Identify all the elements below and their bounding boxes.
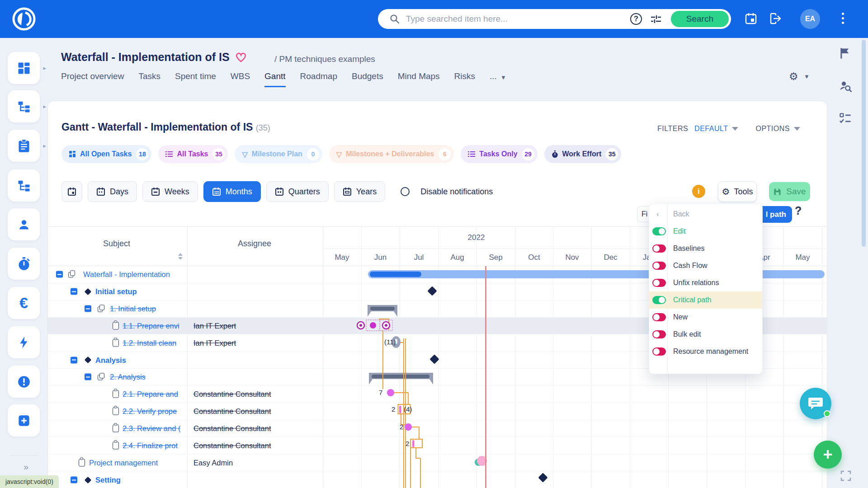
sidebar-item-projects-tree[interactable]: ▸ xyxy=(8,90,40,122)
toggle-on[interactable] xyxy=(652,227,666,235)
sidebar-item-quick-actions[interactable] xyxy=(8,326,40,358)
favorite-heart-icon[interactable] xyxy=(235,52,247,63)
assignee[interactable]: Easy Admin xyxy=(193,458,233,467)
toggle-on[interactable] xyxy=(652,296,666,304)
sidebar-item-budgets[interactable]: € xyxy=(8,287,40,319)
chip-all-open-tasks[interactable]: All Open Tasks18 xyxy=(61,145,151,163)
chip-tasks-only[interactable]: Tasks Only29 xyxy=(461,145,537,163)
column-header-assignee[interactable]: Assignee xyxy=(238,239,271,249)
zoom-weeks-button[interactable]: Weeks xyxy=(142,181,198,202)
zoom-days-button[interactable]: Days xyxy=(88,181,137,202)
chip-work-effort[interactable]: Work Effort35 xyxy=(544,145,622,163)
help-icon[interactable]: ? xyxy=(795,204,802,217)
fullscreen-icon[interactable] xyxy=(840,470,852,482)
summary-bar[interactable] xyxy=(368,305,397,317)
collapse-toggle[interactable] xyxy=(56,271,63,278)
tab-gantt[interactable]: Gantt xyxy=(264,71,285,87)
assignee[interactable]: Constantine Consultant xyxy=(193,390,271,399)
sidebar-item-dashboards[interactable]: ▸ xyxy=(8,52,40,84)
tab-wbs[interactable]: WBS xyxy=(231,71,250,87)
user-search-icon[interactable] xyxy=(839,80,852,93)
more-menu-icon[interactable] xyxy=(842,13,844,26)
summary-bar[interactable] xyxy=(369,373,433,385)
filters-default-dropdown[interactable]: DEFAULT xyxy=(694,125,728,133)
milestone-marker[interactable] xyxy=(427,286,437,296)
sidebar-item-add-new[interactable] xyxy=(8,404,40,436)
subject-link[interactable]: Initial setup xyxy=(95,287,137,296)
tab-spent-time[interactable]: Spent time xyxy=(175,71,216,87)
collapse-toggle[interactable] xyxy=(71,477,77,483)
tab-risks[interactable]: Risks xyxy=(454,71,475,87)
selected-task-markers[interactable] xyxy=(357,320,392,331)
menu-item-baselines[interactable]: Baselines xyxy=(649,240,762,257)
column-header-subject[interactable]: Subject xyxy=(103,239,130,249)
chip-milestone-plan[interactable]: ▽ Milestone Plan0 xyxy=(235,145,322,163)
toggle-off[interactable] xyxy=(652,262,666,270)
menu-item-cash-flow[interactable]: Cash Flow xyxy=(649,257,762,274)
info-icon[interactable]: i xyxy=(692,185,705,198)
options-dropdown[interactable]: OPTIONS xyxy=(755,125,790,133)
user-avatar[interactable]: EA xyxy=(800,9,820,29)
subject-link[interactable]: 2.4. Finalize prot xyxy=(123,441,178,450)
tools-button[interactable]: ⚙ Tools xyxy=(718,181,757,202)
collapse-toggle[interactable] xyxy=(71,357,77,363)
subject-link[interactable]: 1. Initial setup xyxy=(110,305,156,313)
assignee[interactable]: Constantine Consultant xyxy=(193,407,271,416)
page-scrollbar[interactable] xyxy=(862,40,866,247)
collapse-toggle[interactable] xyxy=(71,288,77,295)
collapse-toggle[interactable] xyxy=(85,374,91,380)
zoom-months-button[interactable]: Months xyxy=(203,181,261,202)
milestone-marker[interactable] xyxy=(538,473,547,482)
zoom-quarters-button[interactable]: Quarters xyxy=(266,181,329,202)
menu-item-unfix-relations[interactable]: Unfix relations xyxy=(649,274,762,291)
menu-item-resource-management[interactable]: Resource management xyxy=(649,343,762,360)
sidebar-expand-icon[interactable]: » xyxy=(24,462,27,472)
assignee[interactable]: Ian IT Expert xyxy=(193,321,236,330)
sidebar-item-users[interactable] xyxy=(8,208,40,240)
sidebar-item-wbs[interactable] xyxy=(8,169,40,202)
sidebar-item-issues[interactable] xyxy=(8,366,40,398)
tab-project-overview[interactable]: Project overview xyxy=(61,71,124,87)
zoom-years-button[interactable]: Years xyxy=(334,181,385,202)
assignee[interactable]: Constantine Consultant xyxy=(193,441,271,450)
subject-link[interactable]: 1.1. Prepare envi xyxy=(123,321,179,330)
logout-icon[interactable] xyxy=(769,12,782,25)
task-tick[interactable] xyxy=(412,440,415,447)
menu-item-new[interactable]: New xyxy=(649,309,762,326)
toggle-off[interactable] xyxy=(652,313,666,321)
chip-milestones-deliverables[interactable]: ▽ Milestones + Deliverables6 xyxy=(329,145,454,163)
menu-item-critical-path[interactable]: Critical path xyxy=(649,291,762,309)
subject-link[interactable]: 1.2. Install clean xyxy=(123,338,176,347)
subject-link[interactable]: 2.3. Review and ( xyxy=(123,424,180,433)
sidebar-item-time-tracking[interactable] xyxy=(8,248,40,280)
subject-link[interactable]: 2.2. Verify prope xyxy=(123,407,177,416)
subject-link[interactable]: 2. Analysis xyxy=(110,373,146,381)
calendar-range-button[interactable] xyxy=(61,181,82,202)
search-input[interactable] xyxy=(406,14,630,24)
collapse-toggle[interactable] xyxy=(85,305,91,312)
tab-mind-maps[interactable]: Mind Maps xyxy=(398,71,440,87)
toggle-off[interactable] xyxy=(652,279,666,287)
sidebar-item-tasks[interactable]: ▸ xyxy=(8,130,40,162)
checklist-icon[interactable] xyxy=(839,112,852,126)
search-filter-icon[interactable] xyxy=(650,14,662,24)
toggle-off[interactable] xyxy=(652,244,666,253)
subject-link[interactable]: 2.1. Prepare and xyxy=(123,390,178,399)
search-button[interactable]: Search xyxy=(671,11,729,27)
calendar-icon[interactable] xyxy=(744,12,758,25)
menu-item-bulk-edit[interactable]: Bulk edit xyxy=(649,326,762,343)
project-settings-gear-icon[interactable]: ⚙ xyxy=(789,70,798,83)
task-dot[interactable] xyxy=(387,389,394,396)
flag-icon[interactable] xyxy=(839,47,851,60)
task-tick[interactable] xyxy=(399,406,401,413)
tab-more[interactable]: ... xyxy=(490,71,497,87)
tab-budgets[interactable]: Budgets xyxy=(352,71,383,87)
add-new-fab[interactable]: + xyxy=(814,441,842,469)
tab-tasks[interactable]: Tasks xyxy=(138,71,160,87)
search-help-icon[interactable]: ? xyxy=(630,13,642,25)
toggle-off[interactable] xyxy=(652,330,666,338)
assignee[interactable]: Ian IT Expert xyxy=(193,338,236,347)
assignee[interactable]: Constantine Consultant xyxy=(193,424,271,433)
subject-link[interactable]: Project management xyxy=(89,458,158,467)
disable-notifications-radio[interactable] xyxy=(401,187,410,196)
